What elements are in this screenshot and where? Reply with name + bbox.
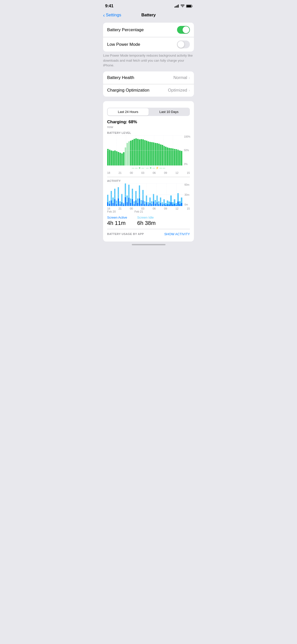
screen-idle-stat: Screen Idle 6h 38m [137, 216, 156, 226]
activity-bar-group [112, 183, 114, 206]
activity-bar-light [107, 195, 108, 202]
charging-status: Charging: 68% now [103, 119, 194, 129]
battery-usage-label: BATTERY USAGE BY APP [107, 232, 144, 235]
activity-bar-group [118, 183, 119, 206]
chevron-icon-2: › [189, 88, 190, 92]
time-period-tabs[interactable]: Last 24 Hours Last 10 Days [107, 108, 190, 116]
activity-bar-group [177, 183, 179, 206]
activity-bar-group [128, 183, 130, 206]
back-button[interactable]: ‹ Settings [103, 13, 121, 18]
activity-bar-dark [118, 198, 119, 206]
activity-bar-light [109, 201, 110, 204]
activity-bar-group [156, 183, 158, 206]
nav-header: ‹ Settings Battery [99, 11, 198, 21]
y-axis-labels: 100% 50% 0% [184, 135, 190, 166]
battery-bar [149, 142, 151, 166]
battery-bar [137, 139, 139, 166]
activity-bar-group [130, 183, 131, 206]
battery-bar [168, 148, 170, 166]
activity-y-labels: 60m 30m 0m [185, 183, 189, 206]
battery-level-label: BATTERY LEVEL [103, 129, 194, 135]
activity-bar-dark [153, 202, 154, 206]
battery-bar [167, 147, 168, 166]
battery-bar [114, 150, 116, 166]
activity-bar-light [170, 195, 172, 202]
battery-percentage-row[interactable]: Battery Percentage [103, 23, 194, 37]
screen-active-label: Screen Active [107, 216, 127, 219]
activity-bar-group [141, 183, 142, 206]
battery-bar [128, 141, 130, 166]
battery-bar [118, 152, 119, 166]
wifi-icon [181, 5, 185, 8]
activity-bar-light [118, 187, 119, 198]
activity-bar-light [142, 190, 144, 200]
charging-optimization-label: Charging Optimization [107, 88, 149, 93]
activity-bar-group [126, 183, 128, 206]
activity-bar-light [156, 195, 158, 202]
activity-bar-dark [109, 204, 110, 206]
battery-bar [112, 151, 114, 166]
activity-bar-group [121, 183, 122, 206]
charging-optimization-value: Optimized › [168, 88, 190, 93]
back-chevron-icon: ‹ [103, 13, 105, 18]
activity-bar-group [146, 183, 147, 206]
battery-bar [160, 144, 161, 166]
activity-bar-group [170, 183, 172, 206]
activity-bar-group [109, 183, 110, 206]
toggle-knob [183, 26, 189, 33]
show-activity-button[interactable]: SHOW ACTIVITY [164, 232, 190, 236]
battery-x-labels: 18 21 00 03 06 09 12 15 [103, 170, 194, 174]
activity-bar-dark [158, 204, 159, 206]
activity-bar-group [155, 183, 156, 206]
tab-last-10-days[interactable]: Last 10 Days [149, 108, 190, 115]
activity-bar-light [135, 191, 137, 200]
battery-bar [139, 139, 140, 165]
activity-bar-dark [107, 202, 108, 206]
activity-bar-light [111, 191, 112, 200]
activity-bar-light [162, 202, 163, 205]
activity-bar-dark [156, 202, 158, 206]
activity-bar-light [181, 197, 182, 203]
activity-bar-group [111, 183, 112, 206]
activity-bar-light [167, 200, 168, 204]
activity-bar-dark [139, 198, 140, 206]
low-power-mode-toggle[interactable] [177, 41, 190, 48]
battery-bar [111, 150, 112, 166]
activity-bar-dark [125, 197, 126, 206]
battery-bar [141, 139, 142, 165]
activity-bar-group [142, 183, 144, 206]
battery-bar [116, 151, 117, 165]
battery-health-row[interactable]: Battery Health Normal › [103, 71, 194, 84]
charging-optimization-row[interactable]: Charging Optimization Optimized › [103, 84, 194, 97]
activity-bar-group [107, 183, 108, 206]
activity-bar-dark [165, 205, 166, 206]
activity-bar-light [148, 202, 149, 205]
activity-bar-dark [132, 199, 133, 206]
battery-usage-row: BATTERY USAGE BY APP SHOW ACTIVITY [103, 229, 194, 239]
activity-bar-dark [148, 205, 149, 206]
activity-bar-group [158, 183, 159, 206]
battery-bar [148, 141, 149, 166]
battery-bar [153, 142, 154, 165]
battery-bar [177, 150, 179, 165]
activity-bar-light [132, 189, 133, 199]
activity-bar-dark [112, 203, 114, 206]
activity-bar-light [151, 201, 152, 204]
activity-bar-light [123, 203, 124, 205]
home-indicator [132, 244, 165, 245]
chart-section: Last 24 Hours Last 10 Days Charging: 68%… [103, 101, 194, 242]
activity-bar-group [137, 183, 138, 206]
battery-health-label: Battery Health [107, 75, 134, 80]
svg-rect-2 [177, 5, 178, 8]
activity-bar-dark [137, 203, 138, 206]
low-power-mode-row[interactable]: Low Power Mode [103, 37, 194, 52]
svg-rect-0 [175, 7, 175, 8]
battery-icon [186, 5, 193, 8]
activity-bar-group [135, 183, 137, 206]
battery-percentage-toggle[interactable] [177, 26, 190, 34]
battery-bar [142, 139, 144, 165]
tab-last-24-hours[interactable]: Last 24 Hours [108, 108, 149, 115]
battery-bar [172, 148, 174, 165]
activity-bar-dark [162, 205, 163, 206]
activity-bar-dark [168, 205, 170, 206]
